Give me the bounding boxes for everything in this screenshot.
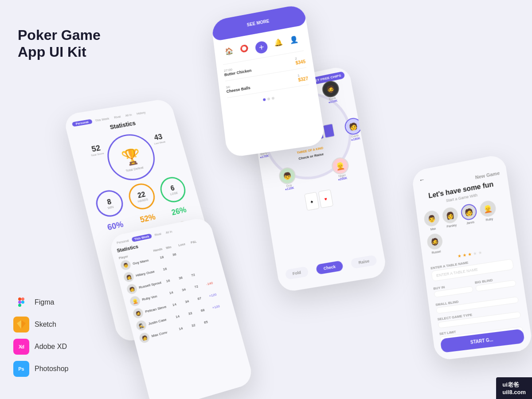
tools-list: Figma Sketch Xd Adobe XD Ps Photoshop [13, 294, 69, 377]
sketch-icon [13, 317, 29, 332]
tab-this-week[interactable]: This Week [93, 116, 111, 123]
tab-personal[interactable]: Personal [72, 119, 93, 127]
tab-all-in[interactable]: All In [123, 112, 134, 118]
photoshop-label: Photoshop [35, 365, 69, 373]
person-icon[interactable]: 👤 [289, 35, 300, 48]
add-icon[interactable]: + [254, 40, 268, 54]
ng-player-ruby: 👱 Ruby [479, 200, 497, 222]
hand-card-2: ♥ [318, 189, 333, 208]
phone-leaderboard: Personal This Week Rival All In Statisti… [108, 216, 254, 399]
star-1: ★ [457, 253, 462, 258]
lb-tab-all-in[interactable]: All In [164, 229, 175, 235]
player-bank: 🧔 Bank ●210K [321, 79, 341, 105]
lose-pct: 26% [171, 205, 188, 217]
raise-button[interactable]: Raise [350, 254, 377, 269]
dot-1 [267, 98, 270, 101]
tool-adobe-xd: Xd Adobe XD [13, 339, 69, 355]
leaderboard-screen: Personal This Week Rival All In Statisti… [108, 216, 254, 399]
russel-avatar: 🧔 [426, 233, 444, 250]
ng-player-russel: 🧔 Russel [426, 233, 444, 255]
sketch-label: Sketch [35, 321, 56, 329]
lb-tab-personal[interactable]: Personal [114, 238, 131, 246]
hands-pct: 52% [139, 212, 156, 225]
tool-figma: Figma [13, 294, 69, 310]
hand-card-1: ♠ [304, 192, 319, 211]
svg-point-4 [21, 301, 24, 304]
win-pct: 60% [106, 220, 125, 233]
adobe-xd-icon: Xd [13, 339, 29, 355]
figma-icon [13, 294, 29, 310]
newgame-screen: ← New Game Let's have some fun Start a G… [411, 153, 532, 361]
svg-rect-2 [18, 301, 21, 304]
star-2: ★ [462, 252, 466, 258]
ng-player-parsley: 👩 Parsley [442, 206, 459, 228]
tab-history[interactable]: History [134, 110, 148, 116]
star-4: ★ [473, 251, 477, 256]
dot-2 [272, 97, 275, 100]
lb-tab-rival[interactable]: Rival [152, 231, 163, 238]
game-actions: Fold Check Raise [276, 249, 387, 286]
check-button[interactable]: Check [316, 260, 344, 274]
phone-newgame: ← New Game Let's have some fun Start a G… [411, 153, 532, 361]
menu-screen: SEE MORE 🏠 ⭕ + 🔔 👤 27:00 Butter Chicken … [211, 4, 326, 158]
ng-player-jarvis: 🧑 Jarvis [460, 203, 478, 226]
max-avatar: 👨 [423, 210, 440, 227]
star-5: ★ [477, 250, 482, 255]
ruby-avatar: 👱 [479, 200, 497, 218]
ng-player-max: 👨 Max [423, 210, 441, 232]
total-score-badge: 52 Total Score [89, 143, 105, 157]
hands-circle: 22 HANDS [126, 181, 158, 212]
tab-rival[interactable]: Rival [112, 114, 123, 120]
page-title: Poker Game App UI Kit [18, 27, 101, 61]
star-3: ★ [467, 251, 472, 257]
player-nigel: 👱 Nigel ●200K [330, 156, 351, 182]
trophy-circle: 🏆 Total Defeat [102, 131, 160, 184]
tool-sketch: Sketch [13, 317, 69, 332]
figma-label: Figma [35, 298, 54, 306]
home-icon[interactable]: 🏠 [224, 47, 234, 60]
ring-icon[interactable]: ⭕ [239, 44, 250, 57]
fold-button[interactable]: Fold [285, 266, 309, 280]
phone-menu: SEE MORE 🏠 ⭕ + 🔔 👤 27:00 Butter Chicken … [211, 4, 326, 158]
svg-rect-0 [18, 297, 21, 301]
bell-icon[interactable]: 🔔 [274, 38, 284, 51]
ng-players: 👨 Max 👩 Parsley 🧑 Jarvis 👱 Ruby 🧔 Russel [423, 198, 510, 255]
dot-active [263, 98, 266, 101]
watermark: ui老爸 uil8.com [496, 377, 532, 399]
jarvis-avatar: 🧑 [460, 203, 478, 221]
lose-circle: 6 LOSE [157, 175, 188, 204]
player-garth: 🧑 Garth ●180K [344, 117, 364, 142]
adobe-xd-label: Adobe XD [35, 343, 67, 351]
win-circle: 8 WIN [93, 188, 126, 219]
parsley-avatar: 👩 [442, 206, 459, 224]
svg-rect-1 [21, 297, 24, 301]
trophy-icon: 🏆 [120, 147, 143, 168]
photoshop-icon: Ps [13, 361, 29, 377]
tool-photoshop: Ps Photoshop [13, 361, 69, 377]
last-week-badge: 43 Last Week [152, 132, 166, 145]
svg-rect-3 [18, 304, 21, 307]
